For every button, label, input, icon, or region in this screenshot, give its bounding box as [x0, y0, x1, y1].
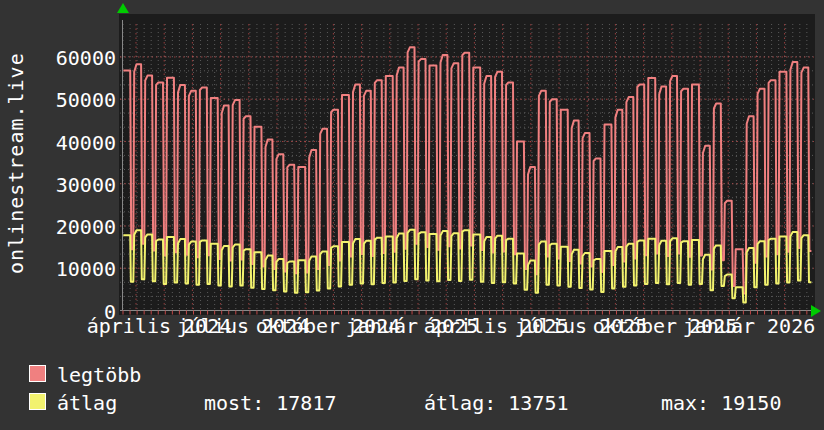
y-tick-label: 50000 — [56, 88, 116, 112]
stat-avg: átlag: 13751 — [424, 391, 569, 415]
legend-label-avg: átlag — [57, 391, 117, 415]
legend-swatch-avg — [29, 393, 46, 410]
y-tick-label: 20000 — [56, 215, 116, 239]
stat-most-value: 17817 — [276, 391, 336, 415]
stat-most: most: 17817 — [204, 391, 336, 415]
stat-avg-value: 13751 — [508, 391, 568, 415]
stat-most-label: most: — [204, 391, 264, 415]
x-axis-arrow-icon — [811, 305, 821, 317]
y-tick-label: 10000 — [56, 257, 116, 281]
chart-canvas — [119, 14, 815, 315]
y-axis-title: onlinestream.live — [4, 54, 26, 274]
y-tick-label: 40000 — [56, 131, 116, 155]
y-tick-label: 30000 — [56, 173, 116, 197]
y-tick-label: 60000 — [56, 46, 116, 70]
legend-swatch-max — [29, 365, 46, 382]
legend-label-max: legtöbb — [57, 363, 141, 387]
stat-max-value: 19150 — [721, 391, 781, 415]
rrd-graph: onlinestream.live 0100002000030000400005… — [0, 0, 824, 430]
stat-max: max: 19150 — [661, 391, 781, 415]
y-axis-arrow-icon — [117, 3, 129, 13]
x-tick-label: január 2026 — [683, 314, 815, 338]
plot-area — [119, 14, 815, 315]
stat-max-label: max: — [661, 391, 709, 415]
stat-avg-label: átlag: — [424, 391, 496, 415]
